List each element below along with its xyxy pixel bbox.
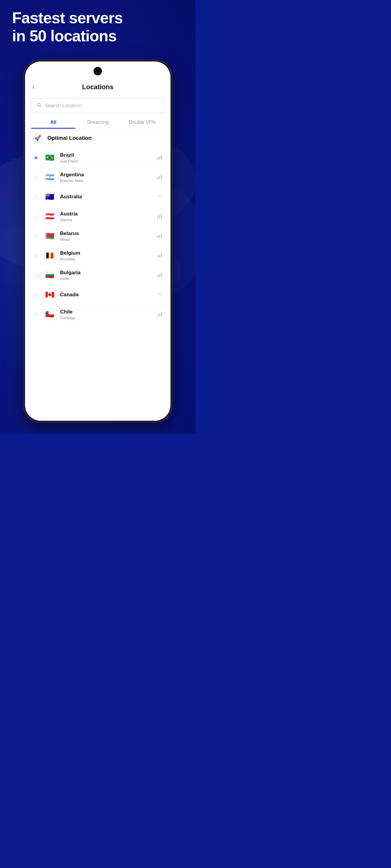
chevron-down-icon bbox=[157, 291, 163, 299]
star-belarus[interactable]: ☆ bbox=[32, 232, 39, 240]
tab-streaming[interactable]: Streaming bbox=[76, 117, 120, 128]
list-item[interactable]: ☆ 🇧🇾 Belarus Minsk bbox=[25, 226, 170, 246]
svg-rect-14 bbox=[159, 215, 160, 218]
flag-australia: 🇦🇺 bbox=[44, 191, 56, 203]
screen: ‹ Locations Search Location All Streamin… bbox=[25, 61, 170, 421]
signal-icon bbox=[157, 272, 163, 279]
signal-icon bbox=[157, 311, 163, 318]
star-austria[interactable]: ☆ bbox=[32, 213, 39, 220]
star-empty-icon: ☆ bbox=[33, 213, 38, 220]
hero-line1: Fastest servers bbox=[12, 9, 184, 27]
rocket-icon: 🚀 bbox=[32, 133, 43, 144]
phone-inner: ‹ Locations Search Location All Streamin… bbox=[25, 61, 170, 421]
hero-text: Fastest servers in 50 locations bbox=[12, 9, 184, 45]
star-brazil[interactable]: ★ bbox=[32, 154, 39, 161]
svg-rect-22 bbox=[157, 275, 159, 277]
tab-all[interactable]: All bbox=[31, 117, 76, 128]
star-empty-icon: ☆ bbox=[33, 291, 38, 299]
header: ‹ Locations bbox=[25, 80, 170, 96]
signal-icon bbox=[157, 233, 163, 240]
svg-rect-27 bbox=[161, 312, 162, 316]
tabs-bar: All Streaming Double VPN bbox=[31, 117, 164, 128]
search-bar[interactable]: Search Location bbox=[31, 98, 164, 113]
svg-rect-11 bbox=[159, 176, 160, 179]
list-item[interactable]: ☆ 🇦🇺 Australia bbox=[25, 187, 170, 207]
signal-icon bbox=[157, 154, 163, 161]
page-title: Locations bbox=[32, 83, 163, 91]
list-item[interactable]: ☆ 🇦🇹 Austria Vienna bbox=[25, 207, 170, 226]
flag-canada: 🇨🇦 bbox=[44, 289, 56, 301]
city-name: Santiago bbox=[60, 315, 153, 320]
svg-rect-10 bbox=[157, 177, 159, 179]
svg-rect-17 bbox=[159, 235, 160, 238]
country-name: Bulgaria bbox=[60, 270, 153, 276]
back-button[interactable]: ‹ bbox=[32, 83, 34, 91]
country-info-australia: Australia bbox=[60, 194, 153, 200]
star-empty-icon: ☆ bbox=[33, 193, 38, 200]
flag-argentina: 🇦🇷 bbox=[44, 171, 56, 183]
signal-icon bbox=[157, 213, 163, 220]
tab-double-vpn[interactable]: Double VPN bbox=[120, 117, 164, 128]
phone-frame: ‹ Locations Search Location All Streamin… bbox=[24, 60, 172, 422]
flag-chile: 🇨🇱 bbox=[44, 308, 56, 320]
svg-rect-24 bbox=[161, 273, 162, 277]
city-name: Buenos Aires bbox=[60, 179, 153, 183]
star-chile[interactable]: ☆ bbox=[32, 311, 39, 318]
flag-belarus: 🇧🇾 bbox=[44, 230, 56, 242]
search-input-placeholder[interactable]: Search Location bbox=[45, 103, 159, 109]
star-empty-icon: ☆ bbox=[33, 311, 38, 318]
star-belgium[interactable]: ☆ bbox=[32, 252, 39, 259]
list-item[interactable]: ★ 🇧🇷 Brazil San Paulu bbox=[25, 148, 170, 167]
star-bulgaria[interactable]: ☆ bbox=[32, 272, 39, 279]
svg-rect-21 bbox=[161, 253, 162, 258]
flag-brazil: 🇧🇷 bbox=[44, 152, 56, 164]
list-item[interactable]: ☆ 🇧🇬 Bulgaria Sofia bbox=[25, 266, 170, 285]
svg-rect-23 bbox=[159, 274, 160, 277]
svg-rect-12 bbox=[161, 175, 162, 179]
optimal-location-row[interactable]: 🚀 Optimal Location bbox=[25, 128, 170, 148]
svg-rect-15 bbox=[161, 214, 162, 218]
country-info-chile: Chile Santiago bbox=[60, 309, 153, 320]
star-canada[interactable]: ☆ bbox=[32, 291, 39, 299]
chevron-down-icon bbox=[157, 193, 163, 201]
svg-rect-8 bbox=[159, 156, 160, 160]
country-info-argentina: Argentina Buenos Aires bbox=[60, 172, 153, 183]
hero-line2: in 50 locations bbox=[12, 27, 184, 45]
country-name: Chile bbox=[60, 309, 153, 315]
list-item[interactable]: ☆ 🇧🇪 Belgium Brussels bbox=[25, 246, 170, 266]
star-empty-icon: ☆ bbox=[33, 252, 38, 259]
city-name: Sofia bbox=[60, 276, 153, 281]
country-info-bulgaria: Bulgaria Sofia bbox=[60, 270, 153, 281]
country-name: Brazil bbox=[60, 152, 153, 158]
flag-austria: 🇦🇹 bbox=[44, 210, 56, 222]
svg-rect-25 bbox=[157, 314, 159, 316]
country-info-belarus: Belarus Minsk bbox=[60, 230, 153, 242]
list-item[interactable]: ☆ 🇨🇱 Chile Santiago bbox=[25, 305, 170, 324]
list-item[interactable]: ☆ 🇨🇦 Canada bbox=[25, 285, 170, 305]
flag-belgium: 🇧🇪 bbox=[44, 250, 56, 261]
country-name: Australia bbox=[60, 194, 153, 200]
country-info-canada: Canada bbox=[60, 292, 153, 298]
location-list: 🚀 Optimal Location ★ 🇧🇷 Brazil San Paulu bbox=[25, 128, 170, 421]
signal-icon bbox=[157, 174, 163, 181]
flag-bulgaria: 🇧🇬 bbox=[44, 269, 56, 281]
search-icon bbox=[36, 102, 41, 109]
country-name: Belarus bbox=[60, 230, 153, 237]
svg-rect-20 bbox=[159, 254, 160, 258]
list-item[interactable]: ☆ 🇦🇷 Argentina Buenos Aires bbox=[25, 167, 170, 187]
svg-rect-9 bbox=[161, 155, 162, 160]
star-empty-icon: ☆ bbox=[33, 174, 38, 181]
country-info-brazil: Brazil San Paulu bbox=[60, 152, 153, 163]
country-name: Argentina bbox=[60, 172, 153, 178]
city-name: San Paulu bbox=[60, 159, 153, 163]
svg-rect-16 bbox=[157, 236, 159, 238]
optimal-label: Optimal Location bbox=[47, 135, 92, 141]
camera-notch bbox=[93, 67, 102, 75]
star-filled-icon: ★ bbox=[33, 154, 38, 161]
star-argentina[interactable]: ☆ bbox=[32, 174, 39, 181]
svg-rect-18 bbox=[161, 234, 162, 238]
svg-rect-13 bbox=[157, 216, 159, 218]
country-name: Canada bbox=[60, 292, 153, 298]
svg-line-6 bbox=[40, 106, 41, 107]
star-australia[interactable]: ☆ bbox=[32, 193, 39, 200]
